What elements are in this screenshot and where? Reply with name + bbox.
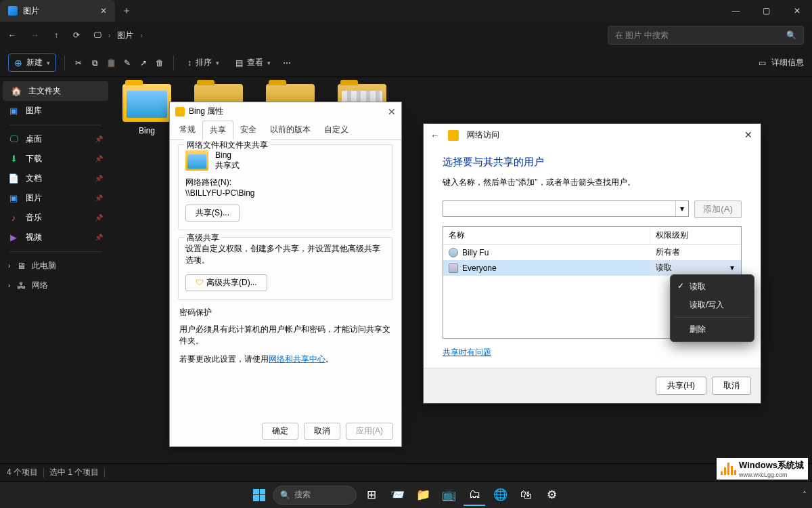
- pin-icon[interactable]: 📌: [95, 175, 103, 182]
- pin-icon[interactable]: 📌: [95, 234, 103, 241]
- network-icon: 🖧: [16, 280, 26, 291]
- network-center-link[interactable]: 网络和共享中心: [269, 354, 325, 364]
- table-row-user[interactable]: Billy Fu 所有者: [443, 245, 741, 260]
- share-icon[interactable]: ↗: [138, 58, 149, 68]
- downloads-icon: ⬇: [8, 154, 19, 165]
- sidebar-item-thispc[interactable]: › 🖥 此电脑: [0, 256, 111, 276]
- tab-customize[interactable]: 自定义: [317, 121, 355, 140]
- view-label: 查看: [247, 57, 263, 68]
- close-icon[interactable]: ✕: [388, 106, 396, 117]
- section-legend: 高级共享: [184, 232, 222, 244]
- minimize-button[interactable]: —: [721, 0, 751, 22]
- search-icon: 🔍: [280, 490, 290, 500]
- dialog-actions: 确定 取消 应用(A): [170, 416, 401, 446]
- task-view-icon[interactable]: ⊞: [361, 484, 382, 506]
- tray-chevron-icon[interactable]: ˄: [803, 490, 807, 500]
- dropdown-icon[interactable]: ▾: [675, 201, 688, 216]
- folder-bing[interactable]: Bing: [118, 84, 176, 457]
- taskbar-app[interactable]: 📁: [412, 484, 434, 506]
- copy-icon[interactable]: ⧉: [89, 58, 100, 68]
- close-button[interactable]: ✕: [782, 0, 812, 22]
- network-path-label: 网络路径(N):: [185, 177, 386, 188]
- sidebar-item-documents[interactable]: 📄 文档 📌: [0, 169, 111, 188]
- search-input[interactable]: 在 图片 中搜索 🔍: [608, 26, 804, 45]
- chevron-right-icon: ›: [140, 32, 142, 39]
- taskbar-settings[interactable]: ⚙: [541, 484, 562, 506]
- taskbar-explorer[interactable]: 🗂: [464, 484, 485, 506]
- close-icon[interactable]: ✕: [740, 128, 757, 142]
- tab-close-icon[interactable]: ✕: [100, 6, 107, 16]
- pin-icon[interactable]: 📌: [95, 135, 103, 143]
- add-button[interactable]: 添加(A): [694, 200, 742, 218]
- tab-previous-versions[interactable]: 以前的版本: [263, 121, 317, 140]
- taskbar-search[interactable]: 🔍 搜索: [273, 486, 357, 505]
- sidebar-item-pictures[interactable]: ▣ 图片 📌: [0, 188, 111, 208]
- taskbar-app[interactable]: 📨: [386, 484, 408, 506]
- tab-general[interactable]: 常规: [173, 121, 202, 140]
- refresh-icon[interactable]: ⟳: [73, 30, 80, 40]
- sidebar-item-network[interactable]: › 🖧 网络: [0, 276, 111, 295]
- taskbar-edge[interactable]: 🌐: [489, 484, 511, 506]
- user-combobox[interactable]: ▾: [443, 200, 689, 217]
- shared-status: 共享式: [215, 160, 240, 171]
- sidebar-item-downloads[interactable]: ⬇ 下载 📌: [0, 149, 111, 169]
- sharing-problem-link[interactable]: 共享时有问题: [443, 347, 742, 358]
- dialog-titlebar[interactable]: Bing 属性 ✕: [170, 102, 401, 121]
- pin-icon[interactable]: 📌: [95, 194, 103, 202]
- breadcrumb[interactable]: 🖵 › 图片 ›: [93, 30, 143, 41]
- back-icon[interactable]: ←: [8, 30, 16, 40]
- cancel-button[interactable]: 取消: [304, 423, 340, 440]
- advanced-share-button[interactable]: 🛡高级共享(D)...: [185, 274, 267, 291]
- share-button[interactable]: 共享(S)...: [185, 205, 240, 221]
- sidebar-item-gallery[interactable]: ▣ 图库: [0, 101, 111, 121]
- new-button[interactable]: ⊕ 新建 ▾: [8, 54, 56, 72]
- paste-icon[interactable]: 📋: [106, 58, 116, 68]
- forward-icon[interactable]: →: [31, 30, 39, 40]
- sidebar-item-desktop[interactable]: 🖵 桌面 📌: [0, 129, 111, 149]
- pin-icon[interactable]: 📌: [95, 214, 103, 221]
- ok-button[interactable]: 确定: [262, 423, 298, 440]
- breadcrumb-item[interactable]: 图片: [117, 30, 133, 41]
- table-row-everyone[interactable]: Everyone 读取▼: [443, 260, 741, 276]
- sort-button[interactable]: ↕ 排序 ▾: [182, 54, 225, 71]
- details-pane-icon[interactable]: ▭: [759, 58, 766, 68]
- user-icon: [449, 248, 458, 257]
- user-name: Everyone: [462, 263, 497, 273]
- sidebar-item-videos[interactable]: ▶ 视频 📌: [0, 228, 111, 247]
- dialog-description: 键入名称，然后单击"添加"，或者单击箭头查找用户。: [443, 177, 742, 188]
- apply-button[interactable]: 应用(A): [346, 423, 393, 440]
- tab-security[interactable]: 安全: [233, 121, 263, 140]
- taskbar-app[interactable]: 📺: [438, 484, 459, 506]
- view-button[interactable]: ▤ 查看 ▾: [230, 54, 276, 71]
- up-icon[interactable]: ↑: [54, 30, 58, 40]
- table-header: 名称 权限级别: [443, 227, 741, 245]
- search-icon[interactable]: 🔍: [786, 30, 796, 40]
- permission-dropdown-icon[interactable]: ▼: [729, 264, 736, 272]
- menu-item-readwrite[interactable]: 读取/写入: [671, 296, 754, 314]
- col-name[interactable]: 名称: [443, 227, 650, 245]
- tab-pictures[interactable]: 图片 ✕: [0, 0, 115, 22]
- pin-icon[interactable]: 📌: [95, 155, 103, 163]
- start-button[interactable]: [250, 486, 269, 505]
- cancel-button[interactable]: 取消: [712, 377, 751, 395]
- rename-icon[interactable]: ✎: [122, 58, 133, 68]
- share-button[interactable]: 共享(H): [656, 377, 706, 395]
- menu-item-remove[interactable]: 删除: [671, 320, 754, 339]
- delete-icon[interactable]: 🗑: [154, 58, 165, 68]
- separator: [9, 125, 102, 125]
- cut-icon[interactable]: ✂: [73, 58, 84, 68]
- system-tray[interactable]: ˄: [803, 490, 807, 500]
- tab-sharing[interactable]: 共享: [202, 121, 233, 140]
- col-permission[interactable]: 权限级别: [650, 227, 741, 245]
- details-label[interactable]: 详细信息: [771, 57, 804, 68]
- maximize-button[interactable]: ▢: [751, 0, 782, 22]
- search-label: 搜索: [294, 489, 311, 501]
- menu-item-read[interactable]: 读取: [671, 278, 754, 296]
- taskbar-store[interactable]: 🛍: [515, 484, 537, 506]
- command-bar: ⊕ 新建 ▾ ✂ ⧉ 📋 ✎ ↗ 🗑 ↕ 排序 ▾ ▤ 查看 ▾ ⋯ ▭ 详细信…: [0, 49, 812, 77]
- tab-add-button[interactable]: ＋: [115, 5, 138, 17]
- back-icon[interactable]: ←: [430, 130, 440, 141]
- more-icon[interactable]: ⋯: [281, 58, 292, 68]
- sidebar-item-home[interactable]: 🏠 主文件夹: [3, 81, 108, 101]
- sidebar-item-music[interactable]: ♪ 音乐 📌: [0, 208, 111, 228]
